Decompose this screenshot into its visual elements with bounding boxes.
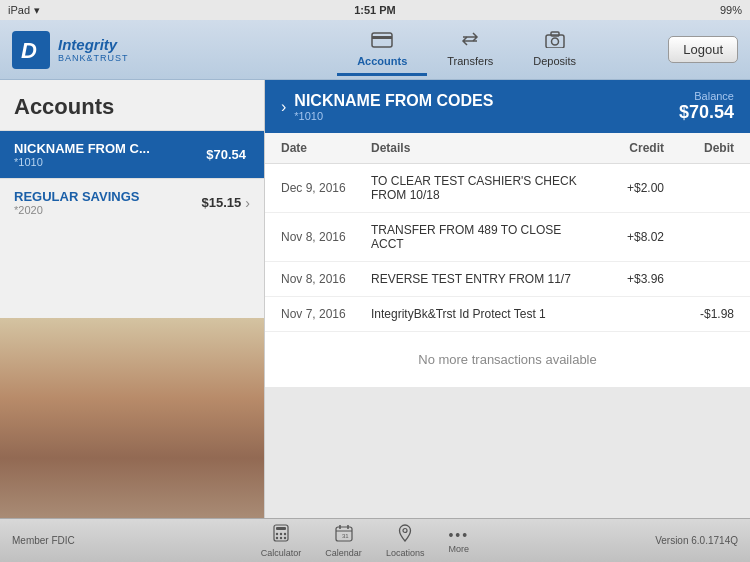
- account-name-1010: NICKNAME FROM C...: [14, 141, 206, 156]
- tab-deposits-label: Deposits: [533, 55, 576, 67]
- tab-transfers[interactable]: Transfers: [427, 24, 513, 76]
- account-info-2020: REGULAR SAVINGS *2020: [14, 189, 202, 216]
- transfers-icon: [459, 30, 481, 53]
- locations-label: Locations: [386, 548, 425, 558]
- row4-details: IntegrityBk&Trst Id Protect Test 1: [371, 307, 584, 321]
- row3-credit: +$3.96: [584, 272, 664, 286]
- svg-point-10: [284, 532, 286, 534]
- status-ipad: iPad: [8, 4, 30, 16]
- calendar-icon: 31: [335, 524, 353, 547]
- svg-point-4: [551, 38, 558, 45]
- svg-rect-1: [372, 33, 392, 47]
- col-header-credit: Credit: [584, 141, 664, 155]
- logo-icon: D: [12, 31, 50, 69]
- table-row[interactable]: Nov 7, 2016 IntegrityBk&Trst Id Protect …: [265, 297, 750, 332]
- status-left: iPad ▾: [8, 4, 40, 17]
- row4-debit: -$1.98: [664, 307, 734, 321]
- table-header: Date Details Credit Debit: [265, 133, 750, 164]
- svg-point-11: [276, 536, 278, 538]
- tab-accounts-label: Accounts: [357, 55, 407, 67]
- more-label: More: [449, 544, 470, 554]
- table-row[interactable]: Nov 8, 2016 REVERSE TEST ENTRY FROM 11/7…: [265, 262, 750, 297]
- svg-rect-5: [551, 32, 559, 36]
- member-fdic: Member FDIC: [12, 535, 75, 546]
- sidebar-bg-image: [0, 318, 264, 518]
- calculator-icon: [272, 524, 290, 547]
- sidebar-title: Accounts: [0, 80, 264, 130]
- svg-point-12: [280, 536, 282, 538]
- svg-point-9: [280, 532, 282, 534]
- content-area: › NICKNAME FROM CODES *1010 Balance $70.…: [265, 80, 750, 518]
- status-bar: iPad ▾ 1:51 PM 99%: [0, 0, 750, 20]
- logo-integrity: Integrity: [58, 36, 129, 53]
- account-info-1010: NICKNAME FROM C... *1010: [14, 141, 206, 168]
- bottom-tab-more[interactable]: ••• More: [448, 527, 469, 554]
- svg-point-19: [403, 528, 407, 532]
- account-item-1010[interactable]: NICKNAME FROM C... *1010 $70.54: [0, 130, 264, 178]
- app-header: D Integrity BANK&TRUST Accounts: [0, 20, 750, 80]
- account-item-2020[interactable]: REGULAR SAVINGS *2020 $15.15 ›: [0, 178, 264, 226]
- row2-details: TRANSFER FROM 489 TO CLOSE ACCT: [371, 223, 584, 251]
- logo-bank-trust: BANK&TRUST: [58, 53, 129, 63]
- row1-credit: +$2.00: [584, 181, 664, 195]
- more-icon: •••: [448, 527, 469, 543]
- account-header-balance-wrap: Balance $70.54: [679, 90, 734, 123]
- deposits-icon: [544, 30, 566, 53]
- calendar-label: Calendar: [325, 548, 362, 558]
- svg-point-13: [284, 536, 286, 538]
- svg-rect-3: [546, 35, 564, 48]
- accounts-icon: [371, 30, 393, 53]
- no-more-transactions: No more transactions available: [265, 332, 750, 387]
- account-header-left: › NICKNAME FROM CODES *1010: [281, 92, 493, 122]
- balance-amount: $70.54: [679, 102, 734, 123]
- row1-date: Dec 9, 2016: [281, 181, 371, 195]
- account-detail-header: › NICKNAME FROM CODES *1010 Balance $70.…: [265, 80, 750, 133]
- transactions-table: Date Details Credit Debit Dec 9, 2016 TO…: [265, 133, 750, 387]
- chevron-right-icon: ›: [245, 195, 250, 211]
- bottom-tabs: Calculator 31 Calendar Loc: [261, 524, 469, 558]
- table-row[interactable]: Nov 8, 2016 TRANSFER FROM 489 TO CLOSE A…: [265, 213, 750, 262]
- expand-arrow-icon[interactable]: ›: [281, 98, 286, 116]
- tab-transfers-label: Transfers: [447, 55, 493, 67]
- logo-text: Integrity BANK&TRUST: [58, 36, 129, 63]
- status-time: 1:51 PM: [354, 4, 396, 16]
- version-text: Version 6.0.1714Q: [655, 535, 738, 546]
- account-balance-2020: $15.15: [202, 195, 242, 210]
- sidebar-background: [0, 318, 264, 518]
- logo-area: D Integrity BANK&TRUST: [0, 31, 265, 69]
- wifi-icon: ▾: [34, 4, 40, 17]
- tab-accounts[interactable]: Accounts: [337, 24, 427, 76]
- tab-deposits[interactable]: Deposits: [513, 24, 596, 76]
- row3-details: REVERSE TEST ENTRY FROM 11/7: [371, 272, 584, 286]
- row2-date: Nov 8, 2016: [281, 230, 371, 244]
- bottom-tab-calculator[interactable]: Calculator: [261, 524, 302, 558]
- row1-details: TO CLEAR TEST CASHIER'S CHECK FROM 10/18: [371, 174, 584, 202]
- row3-date: Nov 8, 2016: [281, 272, 371, 286]
- bottom-tab-locations[interactable]: Locations: [386, 524, 425, 558]
- account-name-2020: REGULAR SAVINGS: [14, 189, 202, 204]
- bottom-bar: Member FDIC Calculator: [0, 518, 750, 562]
- svg-rect-2: [372, 36, 392, 39]
- row4-date: Nov 7, 2016: [281, 307, 371, 321]
- account-header-info: NICKNAME FROM CODES *1010: [294, 92, 493, 122]
- account-num-1010: *1010: [14, 156, 206, 168]
- account-header-title: NICKNAME FROM CODES: [294, 92, 493, 110]
- nav-tabs: Accounts Transfers Deposits: [265, 24, 668, 76]
- svg-text:D: D: [21, 38, 37, 63]
- main-layout: Accounts NICKNAME FROM C... *1010 $70.54…: [0, 80, 750, 518]
- sidebar: Accounts NICKNAME FROM C... *1010 $70.54…: [0, 80, 265, 518]
- account-num-2020: *2020: [14, 204, 202, 216]
- logout-area: Logout: [668, 36, 750, 63]
- logout-button[interactable]: Logout: [668, 36, 738, 63]
- balance-label: Balance: [679, 90, 734, 102]
- table-row[interactable]: Dec 9, 2016 TO CLEAR TEST CASHIER'S CHEC…: [265, 164, 750, 213]
- bottom-tab-calendar[interactable]: 31 Calendar: [325, 524, 362, 558]
- account-header-number: *1010: [294, 110, 493, 122]
- locations-icon: [396, 524, 414, 547]
- row2-credit: +$8.02: [584, 230, 664, 244]
- col-header-debit: Debit: [664, 141, 734, 155]
- calculator-label: Calculator: [261, 548, 302, 558]
- svg-point-8: [276, 532, 278, 534]
- status-battery: 99%: [720, 4, 742, 16]
- col-header-date: Date: [281, 141, 371, 155]
